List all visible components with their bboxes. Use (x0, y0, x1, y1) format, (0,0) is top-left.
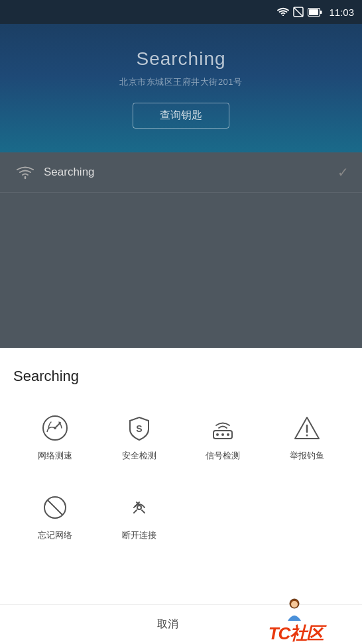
svg-line-16 (134, 510, 137, 513)
cancel-bar[interactable]: 取消 TC社区 www.tcsqw.com (0, 604, 362, 644)
panel-title: Searching (13, 368, 349, 385)
svg-text:S: S (136, 423, 142, 434)
action-speed-test-label: 网络测速 (38, 450, 72, 462)
top-title: Searching (136, 48, 225, 70)
signal-status-icon (293, 7, 304, 17)
svg-point-9 (216, 433, 219, 436)
svg-point-6 (54, 427, 56, 429)
circle-slash-icon (38, 491, 72, 524)
svg-point-10 (221, 433, 224, 436)
speedometer-icon (38, 411, 72, 445)
action-security-check-label: 安全检测 (122, 450, 156, 462)
action-disconnect[interactable]: 断开连接 (97, 483, 182, 549)
action-disconnect-label: 断开连接 (122, 529, 156, 541)
svg-line-1 (294, 7, 303, 17)
bottom-panel: Searching 网络测速 S (0, 348, 362, 644)
disconnect-icon (123, 491, 156, 524)
svg-line-17 (142, 510, 145, 513)
wifi-item-icon (13, 165, 37, 180)
actions-grid-row1: 网络测速 S 安全检测 (13, 403, 349, 470)
action-forget-network[interactable]: 忘记网络 (13, 483, 97, 549)
status-time: 11:03 (329, 7, 354, 18)
query-key-button[interactable]: 查询钥匙 (133, 103, 229, 129)
svg-point-13 (306, 435, 308, 437)
svg-rect-3 (309, 9, 318, 15)
svg-point-11 (227, 433, 229, 436)
svg-point-20 (137, 506, 141, 510)
router-wifi-icon (206, 411, 239, 445)
action-report-phishing[interactable]: 举报钓鱼 (265, 403, 349, 470)
actions-grid-row2: 忘记网络 断开连接 (13, 483, 349, 549)
wifi-item[interactable]: Searching ✓ (0, 152, 362, 193)
tc-watermark: TC社区 www.tcsqw.com (229, 604, 362, 644)
action-security-check[interactable]: S 安全检测 (97, 403, 182, 470)
action-forget-network-label: 忘记网络 (38, 529, 72, 541)
status-icons: 11:03 (277, 7, 354, 18)
wifi-list-section: Searching ✓ (0, 152, 362, 348)
wifi-check-icon: ✓ (337, 164, 349, 180)
svg-rect-4 (320, 11, 322, 14)
top-address: 北京市东城区王府井大街201号 (119, 76, 242, 88)
action-signal-check[interactable]: 信号检测 (181, 403, 265, 470)
action-signal-check-label: 信号检测 (206, 450, 240, 462)
warning-icon (290, 411, 324, 445)
action-report-phishing-label: 举报钓鱼 (290, 450, 324, 462)
cancel-label[interactable]: 取消 (157, 617, 178, 631)
tc-text: TC社区 (269, 622, 324, 645)
wifi-status-icon (277, 7, 289, 17)
svg-line-15 (48, 500, 62, 515)
action-speed-test[interactable]: 网络测速 (13, 403, 97, 470)
shield-s-icon: S (123, 411, 156, 445)
wifi-item-name: Searching (44, 166, 337, 179)
status-bar: 11:03 (0, 0, 362, 24)
battery-status-icon (308, 8, 322, 17)
